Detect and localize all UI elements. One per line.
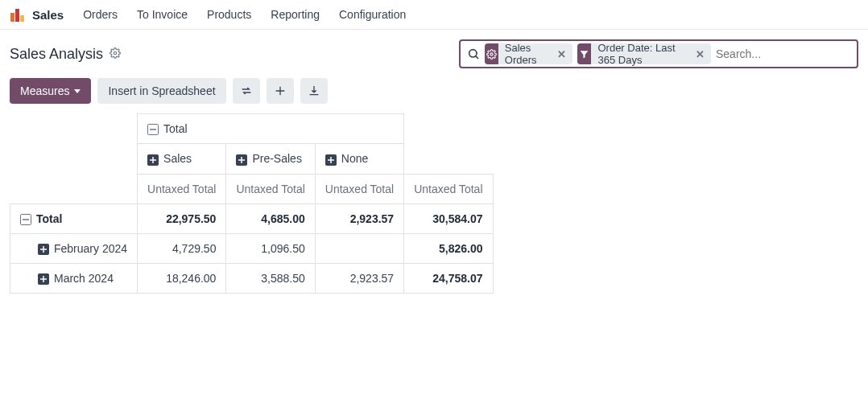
facet-order-date: Order Date: Last 365 Days ✕ <box>577 43 711 64</box>
nav-to-invoice[interactable]: To Invoice <box>137 8 188 21</box>
svg-point-6 <box>490 52 493 55</box>
cell-value: 22,975.50 <box>138 203 226 233</box>
measure-header[interactable]: Untaxed Total <box>404 174 493 203</box>
chevron-down-icon <box>74 89 81 93</box>
cell-value <box>315 233 403 263</box>
search-bar[interactable]: Sales Orders ✕ Order Date: Last 365 Days… <box>459 39 858 68</box>
svg-rect-0 <box>10 13 14 22</box>
nav-orders[interactable]: Orders <box>83 8 118 21</box>
insert-spreadsheet-button[interactable]: Insert in Spreadsheet <box>97 78 225 104</box>
empty-cell <box>10 144 138 174</box>
flip-axis-button[interactable] <box>233 78 260 104</box>
expand-icon <box>274 84 287 97</box>
col-total-header[interactable]: Total <box>138 114 404 144</box>
cell-value: 2,923.57 <box>315 264 403 294</box>
download-button[interactable] <box>300 78 328 104</box>
measure-header[interactable]: Untaxed Total <box>226 174 315 203</box>
nav-products[interactable]: Products <box>207 8 251 21</box>
row-label: February 2024 <box>54 242 127 255</box>
empty-cell <box>10 174 138 203</box>
svg-point-3 <box>114 51 117 55</box>
expand-all-button[interactable] <box>267 78 294 104</box>
measure-header[interactable]: Untaxed Total <box>138 174 226 203</box>
col-group-label: Pre-Sales <box>252 152 301 165</box>
plus-square-icon <box>38 273 49 285</box>
cell-value: 2,923.57 <box>315 203 403 233</box>
app-brand[interactable]: Sales <box>10 6 64 23</box>
control-panel: Measures Insert in Spreadsheet <box>0 78 868 113</box>
col-total-label: Total <box>163 122 188 135</box>
col-group-presales[interactable]: Pre-Sales <box>226 144 315 174</box>
swap-icon <box>240 84 253 97</box>
close-icon[interactable]: ✕ <box>551 48 572 60</box>
gear-icon <box>485 43 498 64</box>
header-row: Sales Analysis Sales Orders ✕ <box>0 30 868 78</box>
app-logo-icon <box>10 6 26 23</box>
top-nav: Sales Orders To Invoice Products Reporti… <box>0 0 868 30</box>
table-row: February 2024 4,729.50 1,096.50 5,826.00 <box>10 233 494 263</box>
cell-value: 4,685.00 <box>226 203 315 233</box>
filter-icon <box>577 43 592 64</box>
plus-square-icon <box>38 244 49 255</box>
svg-rect-2 <box>20 15 24 22</box>
col-group-none[interactable]: None <box>315 144 403 174</box>
gear-icon[interactable] <box>110 47 121 61</box>
empty-cell <box>404 144 493 174</box>
svg-rect-1 <box>15 9 19 22</box>
download-icon <box>308 84 320 97</box>
facet-sales-orders: Sales Orders ✕ <box>485 43 572 64</box>
facet-label: Sales Orders <box>498 42 551 66</box>
close-icon[interactable]: ✕ <box>689 48 711 60</box>
row-header-mar[interactable]: March 2024 <box>10 264 138 294</box>
pivot-table: Total Sales Pre-Sales <box>10 113 494 294</box>
page-title: Sales Analysis <box>10 46 103 63</box>
empty-corner <box>10 114 138 144</box>
measure-header[interactable]: Untaxed Total <box>315 174 403 203</box>
nav-configuration[interactable]: Configuration <box>339 8 406 21</box>
nav-reporting[interactable]: Reporting <box>271 8 320 21</box>
row-total-header[interactable]: Total <box>10 203 138 233</box>
minus-square-icon <box>20 214 31 225</box>
pivot-table-wrap: Total Sales Pre-Sales <box>0 113 868 294</box>
cell-grand-total: 30,584.07 <box>404 203 493 233</box>
col-group-sales[interactable]: Sales <box>138 144 226 174</box>
minus-square-icon <box>147 124 159 135</box>
empty-cell <box>404 114 493 144</box>
cell-row-total: 24,758.07 <box>404 264 493 294</box>
cell-value: 1,096.50 <box>226 233 315 263</box>
svg-line-5 <box>476 56 478 59</box>
facet-label: Order Date: Last 365 Days <box>591 42 689 66</box>
search-icon <box>467 47 480 60</box>
plus-square-icon <box>147 154 159 166</box>
page-title-wrap: Sales Analysis <box>10 46 121 63</box>
measures-label: Measures <box>20 84 69 97</box>
search-input[interactable] <box>716 41 857 67</box>
app-name: Sales <box>32 8 64 22</box>
row-total: Total 22,975.50 4,685.00 2,923.57 30,584… <box>10 203 494 233</box>
row-total-label: Total <box>36 212 62 225</box>
col-group-label: None <box>341 152 368 165</box>
cell-value: 4,729.50 <box>138 233 226 263</box>
col-group-label: Sales <box>163 152 192 165</box>
cell-value: 3,588.50 <box>226 264 315 294</box>
cell-row-total: 5,826.00 <box>404 233 493 263</box>
row-header-feb[interactable]: February 2024 <box>10 233 138 263</box>
svg-point-4 <box>469 50 477 57</box>
row-label: March 2024 <box>54 272 114 285</box>
table-row: March 2024 18,246.00 3,588.50 2,923.57 2… <box>10 264 494 294</box>
cell-value: 18,246.00 <box>138 264 226 294</box>
measures-button[interactable]: Measures <box>10 78 91 104</box>
plus-square-icon <box>236 154 247 166</box>
plus-square-icon <box>325 154 337 166</box>
